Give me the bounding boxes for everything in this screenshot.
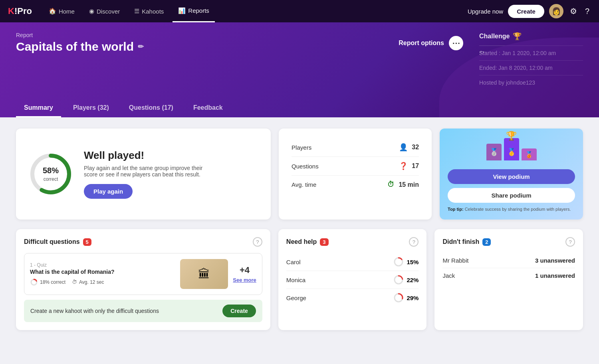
- player-pct-area: 22%: [394, 275, 419, 285]
- create-kahoot-bar: Create a new kahoot with only the diffic…: [24, 300, 262, 322]
- podium-1st: 🏆 🥇: [504, 138, 519, 160]
- podium-2nd: 🥈: [486, 144, 502, 160]
- stat-questions-value: 17: [412, 162, 419, 170]
- question-item: 1 - Quiz What is the capital of Romania?…: [24, 253, 262, 295]
- difficult-help-icon[interactable]: ?: [253, 237, 262, 247]
- player-ring-icon: [394, 257, 403, 267]
- player-name: Carol: [286, 259, 301, 265]
- clock-icon: ⏱: [387, 180, 395, 189]
- tab-questions[interactable]: Questions (17): [121, 99, 181, 117]
- didnt-finish-title: Didn't finish: [442, 238, 479, 245]
- question-meta: 18% correct ⏱ Avg. 12 sec: [30, 278, 175, 286]
- nav-home[interactable]: 🏠 Home: [43, 0, 80, 22]
- navbar: K!Pro 🏠 Home ◉ Discover ☰ Kahoots 📊 Repo…: [0, 0, 599, 22]
- create-kahoot-text: Create a new kahoot with only the diffic…: [30, 308, 159, 314]
- unanswered-count: 1 unanswered: [535, 272, 575, 279]
- nav-kahoots[interactable]: ☰ Kahoots: [129, 0, 169, 22]
- stat-players: Players 👤 32: [292, 138, 419, 157]
- nav-right: Upgrade now Create 👩 ⚙ ?: [468, 4, 591, 18]
- tab-summary[interactable]: Summary: [16, 99, 61, 117]
- finish-row: Mr Rabbit 3 unanswered: [442, 253, 575, 268]
- main-content: 58% correct Well played! Play again and …: [0, 117, 599, 341]
- tab-players[interactable]: Players (32): [65, 99, 117, 117]
- difficult-header: Difficult questions 5 ?: [24, 237, 262, 247]
- need-help-help-icon[interactable]: ?: [409, 237, 419, 247]
- question-num: 1 - Quiz: [30, 262, 175, 268]
- question-correct-pct: 18% correct: [30, 278, 65, 286]
- stat-questions: Questions ❓ 17: [292, 157, 419, 176]
- didnt-finish-header: Didn't finish 2 ?: [442, 237, 575, 247]
- correct-ring-icon: [30, 278, 38, 286]
- player-pct: 22%: [407, 277, 419, 283]
- need-help-badge: 3: [320, 238, 328, 246]
- score-card: 58% correct Well played! Play again and …: [16, 129, 271, 220]
- nav-reports[interactable]: 📊 Reports: [173, 0, 215, 22]
- hosted-info: Hosted by johndoe123: [479, 75, 583, 90]
- play-again-button[interactable]: Play again: [84, 184, 133, 199]
- upgrade-button[interactable]: Upgrade now: [468, 8, 503, 15]
- header-top: Report Capitals of the world ✏ Report op…: [16, 32, 583, 90]
- report-options-button[interactable]: Report options: [399, 36, 444, 50]
- question-avg-time: ⏱ Avg. 12 sec: [72, 279, 104, 285]
- didnt-finish-players: Mr Rabbit 3 unanswered Jack 1 unanswered: [442, 253, 575, 283]
- more-options-button[interactable]: ⋯: [449, 36, 463, 50]
- need-help-player-row: George 29%: [286, 289, 419, 307]
- difficult-card: Difficult questions 5 ? 1 - Quiz What is…: [16, 229, 270, 330]
- unanswered-count: 3 unanswered: [535, 257, 575, 264]
- podium-card: 🥈 🏆 🥇 🥉 View podium Share podium Top tip…: [440, 129, 583, 220]
- player-ring-icon: [394, 293, 403, 303]
- didnt-finish-help-icon[interactable]: ?: [565, 237, 575, 247]
- create-button[interactable]: Create: [508, 5, 544, 18]
- header-left: Report Capitals of the world ✏: [16, 32, 399, 53]
- summary-row: 58% correct Well played! Play again and …: [16, 129, 583, 220]
- share-podium-button[interactable]: Share podium: [448, 188, 575, 203]
- avatar[interactable]: 👩: [549, 4, 563, 18]
- need-help-title: Need help: [286, 238, 317, 245]
- challenge-label: Challenge: [479, 33, 510, 40]
- view-podium-button[interactable]: View podium: [448, 169, 575, 184]
- score-circle: 58% correct: [29, 152, 73, 196]
- see-more-link[interactable]: See more: [233, 277, 256, 283]
- need-help-title-area: Need help 3: [286, 238, 329, 246]
- finish-player-name: Mr Rabbit: [442, 257, 468, 264]
- podium-tip: Top tip: Celebrate success by sharing th…: [448, 207, 575, 212]
- podium-buttons: View podium Share podium: [448, 169, 575, 203]
- see-more-area: +4 See more: [233, 265, 256, 283]
- ended-info: Ended: Jan 8 2020, 12:00 am: [479, 60, 583, 75]
- player-name: George: [286, 295, 306, 301]
- report-label: Report: [16, 32, 399, 38]
- edit-icon[interactable]: ✏: [138, 42, 144, 51]
- nav-discover[interactable]: ◉ Discover: [83, 0, 125, 22]
- help-icon[interactable]: ?: [583, 5, 591, 18]
- podium-illustration: 🥈 🏆 🥇 🥉: [486, 138, 537, 162]
- kahoots-icon: ☰: [134, 8, 139, 15]
- home-icon: 🏠: [49, 8, 56, 15]
- create-kahoot-button[interactable]: Create: [222, 305, 256, 317]
- score-description: Play again and let the same group improv…: [84, 165, 212, 178]
- difficult-title-area: Difficult questions 5: [24, 238, 91, 246]
- stat-players-value-area: 👤 32: [399, 143, 419, 152]
- stat-avgtime: Avg. time ⏱ 15 min: [292, 176, 419, 194]
- stat-questions-value-area: ❓ 17: [399, 162, 419, 170]
- stat-players-label: Players: [292, 144, 311, 151]
- tabs: Summary Players (32) Questions (17) Feed…: [16, 99, 583, 117]
- score-correct-label: correct: [44, 176, 58, 182]
- bottom-row: Difficult questions 5 ? 1 - Quiz What is…: [16, 229, 583, 330]
- header-area: Report Capitals of the world ✏ Report op…: [0, 22, 599, 117]
- tab-feedback[interactable]: Feedback: [185, 99, 231, 117]
- stats-card: Players 👤 32 Questions ❓ 17 Avg. time ⏱ …: [279, 129, 432, 220]
- challenge-row: Challenge 🏆: [479, 32, 583, 41]
- settings-icon[interactable]: ⚙: [568, 5, 579, 18]
- question-circle-icon: ❓: [399, 162, 408, 170]
- logo[interactable]: K!Pro: [8, 6, 32, 16]
- finish-player-name: Jack: [442, 272, 455, 279]
- report-options-area: Report options ⋯: [399, 32, 463, 50]
- sidebar-info: Challenge 🏆 Started : Jan 1 2020, 12:00 …: [479, 32, 583, 90]
- podium-3rd: 🥉: [522, 148, 537, 160]
- question-text: What is the capital of Romania?: [30, 269, 175, 275]
- didnt-finish-title-area: Didn't finish 2: [442, 238, 491, 246]
- header-sidebar: Challenge 🏆 Started : Jan 1 2020, 12:00 …: [463, 32, 583, 90]
- reports-icon: 📊: [178, 7, 186, 14]
- need-help-players: Carol 15% Monica 22%: [286, 253, 419, 307]
- player-pct: 29%: [407, 295, 419, 301]
